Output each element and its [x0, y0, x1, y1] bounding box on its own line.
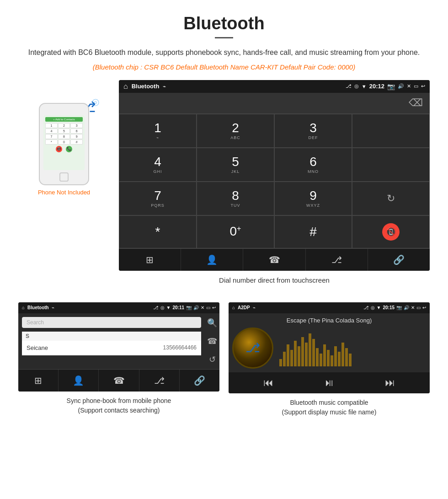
volume-icon: 🔊 — [398, 83, 404, 89]
viz-bar-4 — [290, 350, 293, 366]
music-back-icon[interactable]: ↩ — [422, 305, 426, 310]
music-loc-icon: ◎ — [371, 305, 375, 310]
dial-num-0: 0+ — [230, 225, 241, 238]
dial-num-2: 2 — [232, 122, 239, 134]
viz-bar-11 — [316, 348, 319, 366]
dial-key-7[interactable]: 7 PQRS — [119, 182, 197, 215]
dial-letters-1: ⌁ — [156, 135, 159, 140]
phone-side-icon[interactable]: ☎ — [207, 336, 217, 346]
music-main-area: Escape (The Pina Colada Song) ⎇ — [229, 313, 430, 372]
back-icon[interactable]: ↩ — [421, 83, 425, 89]
dial-num-6: 6 — [309, 156, 317, 168]
specs-line: (Bluetooth chip : CSR BC6 Default Blueto… — [27, 63, 421, 71]
status-left: ⌂ Bluetooth ⌁ — [123, 82, 166, 91]
reload-side-icon[interactable]: ↺ — [209, 354, 216, 365]
dialpad-status-bar: ⌂ Bluetooth ⌁ ⎇ ◎ ▼ 20:12 📷 🔊 ✕ ▭ ↩ — [119, 80, 430, 93]
phone-screen: + Add to Contacts 1 2 3 4 5 6 7 8 9 * 0 … — [43, 115, 85, 170]
phone-keypad: 1 2 3 4 5 6 7 8 9 * 0 # — [45, 123, 83, 145]
music-caption-line1: Bluetooth music compatible — [290, 399, 368, 406]
contacts-time: 20:11 — [172, 305, 184, 310]
contacts-status-left: ⌂ Bluetooth ⌁ — [22, 305, 54, 310]
contacts-nav-user[interactable]: 👤 — [59, 370, 99, 392]
prev-track-btn[interactable]: ⏮ — [263, 377, 273, 389]
dial-key-8[interactable]: 8 TUV — [197, 182, 274, 215]
dial-num-7: 7 — [154, 189, 161, 202]
search-side-icon[interactable]: 🔍 — [207, 318, 217, 328]
header-section: Bluetooth Integrated with BC6 Bluetooth … — [0, 0, 448, 80]
contacts-bottom-nav: ⊞ 👤 ☎ ⎇ 🔗 — [18, 369, 219, 392]
nav-link-icon[interactable]: 🔗 — [368, 249, 430, 271]
dial-key-empty-2 — [352, 148, 430, 182]
contacts-side-icons: 🔍 ☎ ↺ — [205, 313, 219, 369]
contacts-back-icon[interactable]: ↩ — [212, 305, 216, 310]
time-display: 20:12 — [369, 83, 384, 90]
dial-key-star[interactable]: * — [119, 215, 197, 248]
android-dialpad: ⌂ Bluetooth ⌁ ⎇ ◎ ▼ 20:12 📷 🔊 ✕ ▭ ↩ — [119, 80, 430, 271]
play-pause-btn[interactable]: ⏯ — [324, 377, 334, 389]
dial-key-hangup[interactable]: 📵 — [352, 215, 430, 248]
next-track-btn[interactable]: ⏭ — [385, 377, 395, 389]
music-min-icon: ▭ — [416, 305, 421, 310]
dial-key-3[interactable]: 3 DEF — [274, 114, 352, 148]
contacts-list: Search S Seicane 13566664466 — [18, 313, 205, 369]
pk-5: 5 — [58, 129, 70, 134]
music-home-icon[interactable]: ⌂ — [232, 305, 235, 310]
nav-bt-icon[interactable]: ⎇ — [306, 249, 368, 271]
dial-key-6[interactable]: 6 MNO — [274, 148, 352, 182]
dial-key-9[interactable]: 9 WXYZ — [274, 182, 352, 215]
description: Integrated with BC6 Bluetooth module, su… — [27, 47, 421, 59]
search-placeholder: Search — [27, 319, 44, 326]
backspace-icon[interactable]: ⌫ — [409, 97, 423, 109]
dial-key-5[interactable]: 5 JKL — [197, 148, 274, 182]
nav-dialpad-icon[interactable]: ⊞ — [119, 249, 181, 271]
signal-icon: ▼ — [362, 84, 367, 89]
home-icon[interactable]: ⌂ — [123, 82, 128, 91]
contact-row[interactable]: Seicane 13566664466 — [22, 341, 201, 355]
contacts-nav-dialpad[interactable]: ⊞ — [18, 370, 59, 392]
contacts-nav-phone[interactable]: ☎ — [99, 370, 139, 392]
contacts-min-icon: ▭ — [206, 305, 210, 310]
contact-list: S Seicane 13566664466 — [22, 332, 201, 355]
dialpad-grid: 1 ⌁ 2 ABC 3 DEF 4 GHI 5 — [119, 113, 430, 248]
dial-key-4[interactable]: 4 GHI — [119, 148, 197, 182]
dial-num-8: 8 — [232, 189, 239, 202]
contact-name: Seicane — [27, 344, 163, 351]
dial-key-2[interactable]: 2 ABC — [197, 114, 274, 148]
contacts-nav-bt[interactable]: ⎇ — [139, 370, 180, 392]
contacts-status-right: ⎇ ◎ ▼ 20:11 📷 🔊 ✕ ▭ ↩ — [153, 305, 216, 310]
viz-bar-14 — [327, 350, 330, 366]
nav-contacts-icon[interactable]: 👤 — [181, 249, 243, 271]
album-art: ⎇ — [232, 327, 273, 369]
usb-icon: ⌁ — [163, 83, 166, 90]
contacts-signal-icon: ▼ — [166, 305, 171, 310]
page-title: Bluetooth — [27, 14, 421, 33]
dial-num-star: * — [155, 225, 160, 238]
start-call-btn: 📞 — [66, 146, 72, 152]
music-signal-icon: ▼ — [377, 305, 381, 310]
dialpad-display: ⌫ — [119, 93, 430, 113]
viz-bar-16 — [334, 346, 337, 366]
music-vol-icon: 🔊 — [404, 305, 409, 310]
x-icon: ✕ — [407, 83, 411, 89]
contact-letter: S — [22, 332, 201, 341]
music-status-right: ⎇ ◎ ▼ 20:15 📷 🔊 ✕ ▭ ↩ — [363, 305, 426, 310]
nav-phone-icon[interactable]: ☎ — [243, 249, 305, 271]
contacts-home-icon[interactable]: ⌂ — [22, 305, 25, 310]
dial-key-hash[interactable]: # — [274, 215, 352, 248]
dialpad-caption: Dial number direct from touchscreen — [119, 271, 430, 293]
dial-key-0[interactable]: 0+ — [197, 215, 274, 248]
contacts-main-area: Search S Seicane 13566664466 🔍 ☎ ↺ — [18, 313, 219, 369]
music-screen-title: A2DP — [238, 305, 250, 310]
viz-bar-2 — [283, 352, 286, 366]
music-usb-icon: ⌁ — [253, 305, 256, 310]
contacts-screen-block: ⌂ Bluetooth ⌁ ⎇ ◎ ▼ 20:11 📷 🔊 ✕ ▭ ↩ — [18, 302, 219, 417]
dial-key-1[interactable]: 1 ⌁ — [119, 114, 197, 148]
music-android-screen: ⌂ A2DP ⌁ ⎇ ◎ ▼ 20:15 📷 🔊 ✕ ▭ ↩ — [229, 302, 430, 393]
contacts-caption: Sync phone-book from mobile phone (Suppo… — [18, 392, 219, 415]
search-bar: Search — [22, 317, 201, 328]
viz-bar-3 — [287, 344, 289, 366]
viz-bar-20 — [349, 354, 352, 366]
contacts-nav-link[interactable]: 🔗 — [180, 370, 219, 392]
dial-letters-9: WXYZ — [306, 203, 320, 208]
pk-7: 7 — [45, 134, 58, 139]
